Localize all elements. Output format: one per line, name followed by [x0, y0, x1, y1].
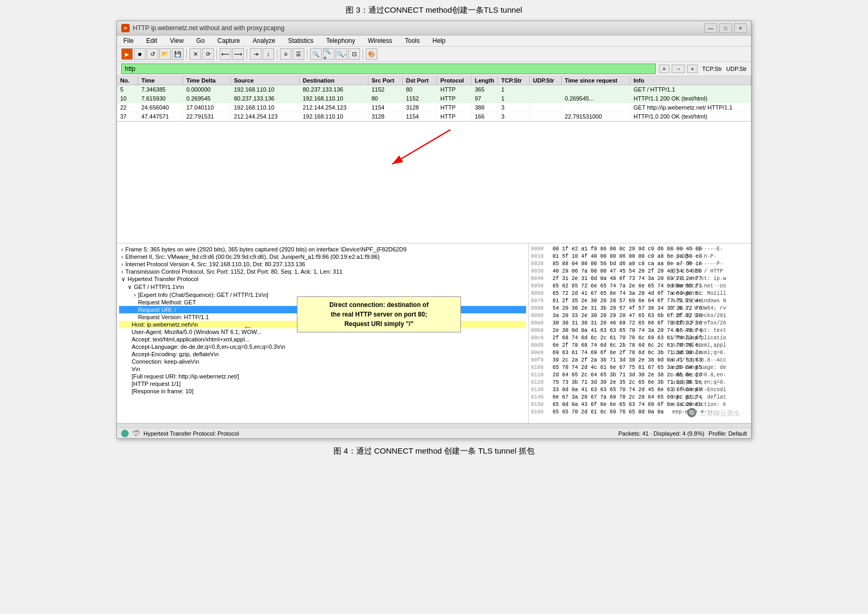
col-header-udpstr: UDP.Str: [530, 76, 562, 85]
hex-row: 005065 62 65 72 6e 65 74 7a 2e 6e 65 74 …: [531, 283, 749, 290]
tree-row[interactable]: ›Connection: keep-alive\r\n: [119, 358, 526, 365]
menu-telephony[interactable]: Telephony: [324, 37, 357, 45]
tree-row[interactable]: ›Transmission Control Protocol, Src Port…: [119, 268, 526, 275]
status-bar: 🦈 Hypertext Transfer Protocol: Protocol …: [117, 428, 751, 438]
col-header-tcpstr: TCP.Str: [498, 76, 530, 85]
status-icon-ready: [121, 430, 129, 437]
toolbar: ▶ ■ ↺ 📂 💾 ✕ ⟳ ⟵ ⟶ ⇥ ↕ ≡ ☰ 🔍 🔍+ 🔍- ⊡ 🎨: [117, 47, 751, 62]
tree-row[interactable]: ›Ethernet II, Src: VMware_9d:c9:d6 (00:0…: [119, 253, 526, 260]
minimize-button[interactable]: —: [704, 23, 717, 33]
hex-row: 006065 72 2d 41 67 65 6e 74 3a 20 4d 6f …: [531, 290, 749, 297]
tree-row[interactable]: ›Accept: text/html,application/xhtml+xml…: [119, 336, 526, 343]
tree-row[interactable]: ›[HTTP request 1/1]: [119, 380, 526, 387]
col-header-proto: Protocol: [437, 76, 472, 85]
tree-row[interactable]: ›[Full request URI: http://ip.webernetz.…: [119, 373, 526, 380]
tree-row[interactable]: ∨Hypertext Transfer Protocol: [119, 275, 526, 283]
hex-row: 00f039 2c 2a 2f 2a 3b 71 3d 30 2e 38 0d …: [531, 357, 749, 364]
scrollbar-area[interactable]: [117, 423, 751, 428]
filter-apply-btn[interactable]: →: [672, 65, 685, 73]
tree-row[interactable]: ›Internet Protocol Version 4, Src: 192.1…: [119, 260, 526, 268]
toolbar-colorize[interactable]: 🎨: [366, 48, 377, 60]
tree-row[interactable]: ∨GET / HTTP/1.1\r\n: [119, 283, 526, 291]
hex-row: 00a030 30 31 30 31 20 46 69 72 65 66 6f …: [531, 320, 749, 327]
filter-bar: × → + TCP.Str UDP.Str: [117, 62, 751, 76]
packet-row[interactable]: 10 7.615930 0.269545 80.237.133.136 192.…: [117, 94, 751, 103]
bottom-caption: 图 4：通过 CONNECT method 创建一条 TLS tunnel 抓包: [333, 446, 535, 456]
toolbar-shark[interactable]: ▶: [121, 48, 133, 60]
hex-row: 00e069 63 61 74 69 6f 6e 2f 78 6d 6c 3b …: [531, 349, 749, 357]
menu-view[interactable]: View: [168, 37, 186, 45]
menu-edit[interactable]: Edit: [144, 37, 159, 45]
packet-rows-container: 5 7.346385 0.000000 192.168.110.10 80.23…: [117, 85, 751, 121]
menu-capture[interactable]: Capture: [215, 37, 242, 45]
red-arrow-indicator: ←: [243, 322, 252, 333]
hex-row: 00d06e 2f 78 68 74 6d 6c 2b 78 6d 6c 2c …: [531, 342, 749, 349]
toolbar-restart[interactable]: ↺: [147, 48, 158, 60]
tree-row[interactable]: ›Accept-Encoding: gzip, deflate\r\n: [119, 350, 526, 358]
hex-row: 010065 70 74 2d 4c 61 6e 67 75 61 67 65 …: [531, 364, 749, 372]
menu-file[interactable]: File: [121, 37, 135, 45]
filter-plus-btn[interactable]: +: [687, 65, 698, 73]
col-header-dport: Dst Port: [403, 76, 437, 85]
menu-help[interactable]: Help: [430, 37, 448, 45]
toolbar-zoom-in[interactable]: 🔍+: [323, 48, 334, 60]
tree-row[interactable]: ›Accept-Language: de-de,de;q=0.8,en-us;q…: [119, 343, 526, 350]
wireshark-window: HTTP ip.webernetz.net without and with p…: [116, 21, 752, 439]
packet-row[interactable]: 5 7.346385 0.000000 192.168.110.10 80.23…: [117, 85, 751, 94]
menu-go[interactable]: Go: [194, 37, 207, 45]
title-bar: HTTP ip.webernetz.net without and with p…: [117, 21, 751, 35]
packet-header: No. Time Time Delta Source Destination S…: [117, 76, 751, 85]
col-header-dst: Destination: [300, 76, 368, 85]
toolbar-zoom-fit[interactable]: ⊡: [348, 48, 360, 60]
popup-text: Direct connection: destination of the re…: [329, 301, 428, 328]
toolbar-close[interactable]: ✕: [189, 48, 201, 60]
hex-row: 00402f 31 2e 31 0d 0a 48 6f 73 74 3a 20 …: [531, 275, 749, 283]
hex-dump: 000000 1f e2 a1 f9 86 00 0c 29 9d c9 d6 …: [529, 243, 751, 423]
toolbar-search[interactable]: 🔍: [310, 48, 322, 60]
toolbar-stop[interactable]: ■: [134, 48, 146, 60]
hex-row: 01102d 64 65 2c 64 65 3b 71 3d 30 2e 38 …: [531, 372, 749, 379]
packet-row[interactable]: 22 24.656040 17.040110 192.168.110.10 21…: [117, 103, 751, 112]
toolbar-back[interactable]: ⟵: [220, 48, 231, 60]
tree-row[interactable]: ›[Response in frame: 10]: [119, 387, 526, 395]
col-header-delta: Time Delta: [183, 76, 231, 85]
toolbar-cols[interactable]: ≡: [280, 48, 292, 60]
toolbar-jump[interactable]: ⇥: [250, 48, 261, 60]
close-button[interactable]: ×: [734, 23, 747, 33]
toolbar-open[interactable]: 📂: [159, 48, 171, 60]
toolbar-zoom-out[interactable]: 🔍-: [336, 48, 347, 60]
filter-input[interactable]: [121, 64, 656, 74]
col-header-src: Source: [231, 76, 300, 85]
maximize-button[interactable]: □: [719, 23, 732, 33]
toolbar-list[interactable]: ☰: [293, 48, 304, 60]
filter-tcp-label: TCP.Str: [700, 66, 724, 72]
col-header-info: Info: [630, 76, 751, 85]
hex-row: 008054 20 36 2e 31 3b 20 57 4f 57 36 34 …: [531, 305, 749, 312]
hex-row: 013033 0d 0a 41 63 63 65 70 74 2d 45 6e …: [531, 386, 749, 394]
menu-analyze[interactable]: Analyze: [251, 37, 278, 45]
status-icon-shark: 🦈: [132, 429, 140, 437]
menu-tools[interactable]: Tools: [403, 37, 422, 45]
hex-row: 001001 5f 10 4f 40 00 80 06 00 00 c0 a8 …: [531, 253, 749, 260]
menu-statistics[interactable]: Statistics: [286, 37, 315, 45]
status-packets: Packets: 41 · Displayed: 4 (9.8%): [618, 430, 704, 437]
status-profile: Profile: Default: [709, 430, 747, 437]
col-header-len: Length: [472, 76, 498, 85]
hex-row: 003040 29 06 7a 00 00 47 45 54 20 2f 20 …: [531, 268, 749, 275]
col-header-no: No.: [117, 76, 138, 85]
hex-row: 012075 73 3b 71 3d 30 2e 35 2c 65 6e 3b …: [531, 379, 749, 386]
tree-row[interactable]: ›Frame 5: 365 bytes on wire (2920 bits),…: [119, 246, 526, 253]
toolbar-reload[interactable]: ⟳: [202, 48, 214, 60]
col-header-sport: Src Port: [368, 76, 403, 85]
app-icon: [121, 24, 130, 32]
toolbar-auto[interactable]: ↕: [263, 48, 274, 60]
toolbar-save[interactable]: 💾: [172, 48, 184, 60]
hex-row: 01406e 67 3a 20 67 7a 69 70 2c 20 64 65 …: [531, 394, 749, 401]
menu-wireless[interactable]: Wireless: [366, 37, 394, 45]
packet-row[interactable]: 37 47.447571 22.791531 212.144.254.123 1…: [117, 112, 751, 121]
toolbar-fwd[interactable]: ⟶: [232, 48, 244, 60]
detail-pane-wrapper: ›Frame 5: 365 bytes on wire (2920 bits),…: [117, 243, 751, 423]
hex-row: 002085 88 04 80 00 50 bd d6 a0 c8 ca aa …: [531, 260, 749, 268]
tree-row[interactable]: ›\r\n: [119, 365, 526, 373]
filter-clear-btn[interactable]: ×: [659, 65, 670, 73]
